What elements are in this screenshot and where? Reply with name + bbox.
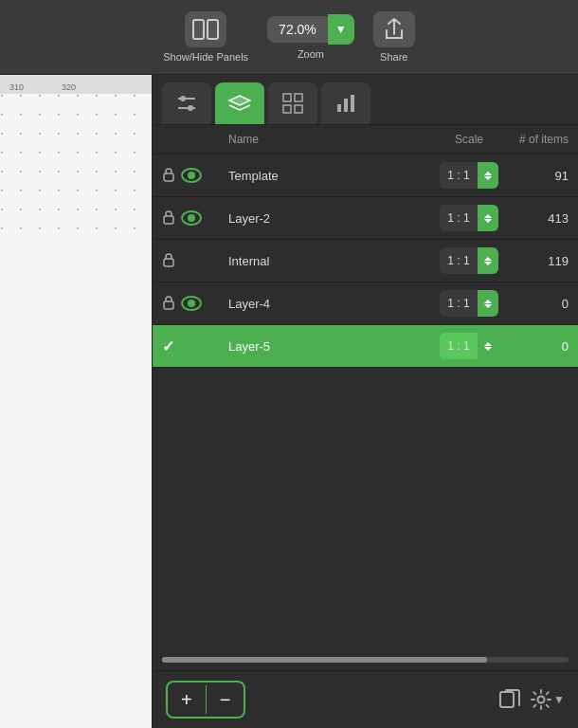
scale-arrow-down (484, 219, 492, 223)
scale-value: 1 : 1 (440, 339, 477, 353)
show-hide-panels-button[interactable]: Show/Hide Panels (163, 11, 248, 63)
remove-layer-button[interactable]: − (207, 682, 244, 717)
svg-point-21 (538, 697, 545, 703)
scale-arrow-down (484, 304, 492, 308)
svg-rect-10 (295, 94, 302, 101)
svg-rect-20 (500, 692, 514, 707)
settings-button[interactable]: ▼ (531, 689, 565, 710)
svg-rect-1 (208, 20, 218, 39)
layer-icons (162, 252, 228, 270)
svg-rect-16 (164, 173, 173, 181)
layer-count: 413 (512, 211, 569, 226)
bottom-right: ▼ (498, 686, 565, 714)
scale-wrap: 1 : 1 (426, 162, 512, 189)
scale-arrows[interactable] (478, 247, 498, 274)
scale-box[interactable]: 1 : 1 (440, 290, 497, 317)
eye-icon[interactable] (181, 168, 202, 183)
svg-rect-0 (193, 20, 204, 39)
add-remove-button[interactable]: + − (166, 681, 245, 719)
layer-row[interactable]: ✓Layer-5 1 : 1 0 (153, 325, 578, 368)
scale-arrow-up (484, 214, 492, 218)
scroll-area[interactable] (153, 649, 578, 670)
add-layer-button[interactable]: + (168, 682, 206, 717)
svg-rect-19 (164, 301, 173, 309)
main-content: 310 320 (0, 75, 578, 728)
layer-count: 91 (512, 169, 569, 183)
eye-icon[interactable] (181, 210, 202, 226)
scale-box[interactable]: 1 : 1 (440, 247, 497, 274)
copy-icon (498, 686, 521, 709)
layer-row[interactable]: Template 1 : 1 91 (153, 155, 578, 197)
canvas-area: 310 320 (0, 75, 152, 728)
check-icon: ✓ (162, 337, 174, 355)
show-hide-panels-icon-box (185, 11, 226, 47)
svg-rect-9 (283, 94, 291, 101)
share-icon-box (373, 11, 415, 47)
eye-pupil (188, 172, 195, 179)
lock-icon (162, 167, 175, 185)
svg-rect-14 (344, 99, 348, 112)
tab-adjust[interactable] (162, 82, 211, 124)
table-header: Name Scale # of items (153, 125, 578, 155)
tab-chart[interactable] (321, 82, 370, 124)
scroll-track[interactable] (162, 657, 569, 663)
svg-rect-15 (351, 95, 354, 112)
layer-count: 0 (512, 339, 569, 354)
svg-rect-11 (283, 105, 291, 113)
settings-chevron-icon: ▼ (553, 693, 565, 706)
layers-list: Template 1 : 1 91Layer-2 1 : 1 413Intern… (153, 155, 578, 649)
panel-tabs (153, 75, 578, 125)
share-label: Share (380, 51, 407, 63)
scale-arrows[interactable] (478, 333, 498, 359)
scale-arrows[interactable] (478, 162, 498, 189)
grid-icon (282, 93, 303, 114)
scale-box[interactable]: 1 : 1 (440, 205, 497, 231)
svg-marker-8 (229, 96, 250, 105)
ruler-top: 310 320 (0, 75, 152, 94)
layer-row[interactable]: Layer-2 1 : 1 413 (153, 197, 578, 240)
dot-pattern (0, 94, 152, 236)
scale-wrap: 1 : 1 (426, 247, 512, 274)
layer-name: Layer-5 (228, 339, 426, 354)
scale-value: 1 : 1 (440, 169, 477, 182)
svg-point-5 (180, 96, 186, 101)
svg-point-7 (188, 105, 193, 111)
scale-wrap: 1 : 1 (426, 333, 512, 359)
right-panel: Name Scale # of items Template 1 : 1 91L… (152, 75, 578, 728)
scale-value: 1 : 1 (440, 297, 477, 310)
svg-rect-12 (295, 105, 302, 113)
layer-count: 0 (512, 297, 569, 311)
layer-row[interactable]: Layer-4 1 : 1 0 (153, 282, 578, 325)
scale-arrow-up (484, 257, 492, 261)
bottom-toolbar: + − ▼ (153, 670, 578, 728)
chart-icon (335, 93, 356, 114)
tab-grid[interactable] (268, 82, 317, 124)
show-hide-panels-label: Show/Hide Panels (163, 51, 248, 63)
copy-icon-button[interactable] (498, 686, 521, 714)
share-button[interactable]: Share (373, 11, 415, 63)
svg-rect-17 (164, 216, 173, 224)
eye-icon[interactable] (181, 296, 202, 311)
zoom-control[interactable]: 72.0% ▼ Zoom (267, 14, 354, 60)
layer-icons (162, 209, 228, 228)
layer-name: Layer-2 (228, 211, 426, 226)
ruler-mark-310: 310 (9, 82, 24, 92)
scale-arrows[interactable] (478, 205, 498, 231)
layer-icons: ✓ (162, 337, 228, 355)
layer-count: 119 (512, 254, 569, 268)
zoom-value[interactable]: 72.0% (267, 16, 328, 43)
header-col-scale: Scale (426, 133, 512, 146)
zoom-label: Zoom (298, 48, 324, 60)
eye-pupil (187, 342, 194, 350)
adjust-icon (176, 95, 197, 112)
scale-arrows[interactable] (478, 290, 498, 317)
scale-box[interactable]: 1 : 1 (440, 333, 497, 359)
scale-box[interactable]: 1 : 1 (440, 162, 497, 189)
scale-value: 1 : 1 (440, 211, 477, 225)
top-toolbar: Show/Hide Panels 72.0% ▼ Zoom Share (0, 0, 578, 75)
zoom-dropdown-arrow[interactable]: ▼ (328, 14, 354, 45)
scroll-thumb[interactable] (162, 657, 487, 663)
tab-layers[interactable] (215, 82, 264, 124)
eye-icon[interactable] (180, 338, 201, 354)
layer-row[interactable]: Internal 1 : 1 119 (153, 240, 578, 282)
